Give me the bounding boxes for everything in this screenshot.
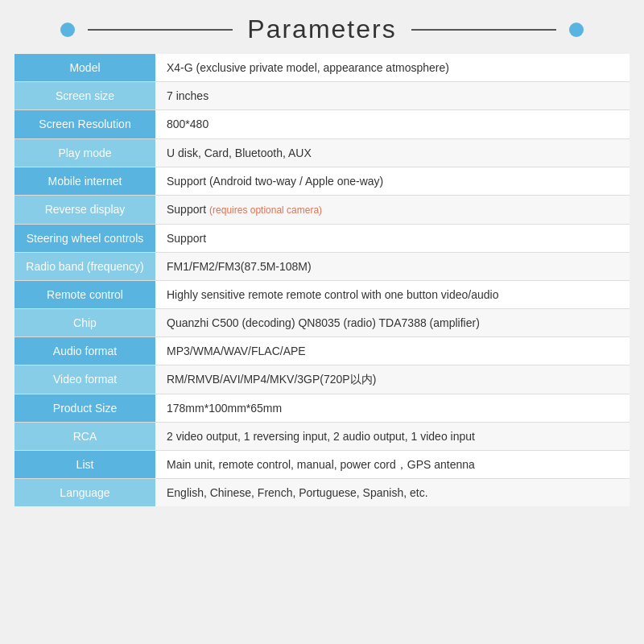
param-label: Chip: [14, 309, 155, 337]
param-label: RCA: [14, 422, 155, 450]
param-note: (requires optional camera): [209, 204, 322, 216]
param-label: Reverse display: [14, 195, 155, 224]
param-label: Screen Resolution: [14, 110, 155, 138]
table-row: LanguageEnglish, Chinese, French, Portug…: [14, 479, 630, 507]
param-value: Main unit, remote control, manual, power…: [155, 451, 630, 479]
param-value: 800*480: [155, 110, 630, 138]
param-label: Video format: [14, 365, 155, 394]
table-row: ChipQuanzhi C500 (decoding) QN8035 (radi…: [14, 309, 630, 337]
page: Parameters ModelX4-G (exclusive private …: [0, 0, 644, 644]
param-label: Language: [14, 479, 155, 507]
param-label: Model: [14, 54, 155, 82]
header: Parameters: [0, 0, 644, 54]
param-value: X4-G (exclusive private model, appearanc…: [155, 54, 630, 82]
table-row: RCA2 video output, 1 reversing input, 2 …: [14, 422, 630, 450]
param-label: Radio band (frequency): [14, 252, 155, 280]
params-table: ModelX4-G (exclusive private model, appe…: [14, 54, 630, 506]
table-row: Steering wheel controlsSupport: [14, 224, 630, 252]
page-title: Parameters: [241, 14, 402, 44]
table-row: ListMain unit, remote control, manual, p…: [14, 451, 630, 479]
table-row: ModelX4-G (exclusive private model, appe…: [14, 54, 630, 82]
table-row: Screen size7 inches: [14, 82, 630, 110]
header-line-left: [88, 29, 233, 31]
header-line-right: [411, 29, 556, 31]
table-row: Audio formatMP3/WMA/WAV/FLAC/APE: [14, 337, 630, 365]
param-value: RM/RMVB/AVI/MP4/MKV/3GP(720P以内): [155, 365, 630, 394]
header-circle-left: [60, 23, 75, 37]
table-row: Video formatRM/RMVB/AVI/MP4/MKV/3GP(720P…: [14, 365, 630, 394]
param-value: Support (Android two-way / Apple one-way…: [155, 167, 630, 195]
param-label: Product Size: [14, 394, 155, 422]
table-row: Play modeU disk, Card, Bluetooth, AUX: [14, 138, 630, 167]
param-label: List: [14, 451, 155, 479]
param-value: Support: [155, 224, 630, 252]
param-value: Quanzhi C500 (decoding) QN8035 (radio) T…: [155, 309, 630, 337]
param-value: 178mm*100mm*65mm: [155, 394, 630, 422]
param-value: MP3/WMA/WAV/FLAC/APE: [155, 337, 630, 365]
table-row: Remote controlHighly sensitive remote re…: [14, 280, 630, 308]
table-row: Radio band (frequency)FM1/FM2/FM3(87.5M-…: [14, 252, 630, 280]
param-label: Screen size: [14, 82, 155, 110]
table-row: Product Size178mm*100mm*65mm: [14, 394, 630, 422]
param-label: Steering wheel controls: [14, 224, 155, 252]
table-row: Mobile internetSupport (Android two-way …: [14, 167, 630, 195]
header-circle-right: [569, 23, 584, 37]
param-value: 7 inches: [155, 82, 630, 110]
table-row: Screen Resolution800*480: [14, 110, 630, 138]
table-container: ModelX4-G (exclusive private model, appe…: [14, 54, 630, 506]
param-label: Mobile internet: [14, 167, 155, 195]
param-label: Audio format: [14, 337, 155, 365]
param-value: U disk, Card, Bluetooth, AUX: [155, 138, 630, 167]
table-row: Reverse displaySupport(requires optional…: [14, 195, 630, 224]
param-value: Highly sensitive remote remote control w…: [155, 280, 630, 308]
param-label: Play mode: [14, 138, 155, 167]
param-value: English, Chinese, French, Portuguese, Sp…: [155, 479, 630, 507]
param-value: 2 video output, 1 reversing input, 2 aud…: [155, 422, 630, 450]
param-label: Remote control: [14, 280, 155, 308]
param-value: Support(requires optional camera): [155, 195, 630, 224]
param-value: FM1/FM2/FM3(87.5M-108M): [155, 252, 630, 280]
